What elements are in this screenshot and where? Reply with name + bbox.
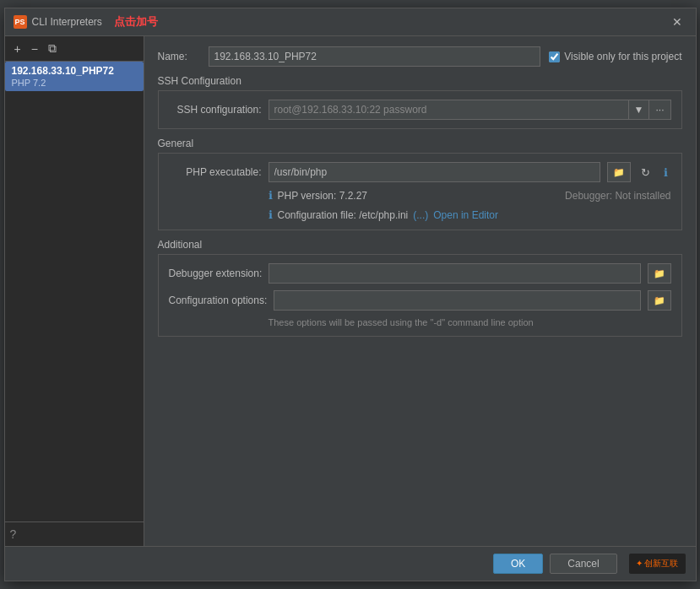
- ssh-section: SSH Configuration SSH configuration: roo…: [158, 75, 682, 129]
- cli-interpreters-dialog: PS CLI Interpreters 点击加号 ✕ + − ⧉ 192.168…: [4, 8, 697, 581]
- name-label: Name:: [158, 51, 200, 62]
- ssh-section-title: SSH Configuration: [158, 75, 682, 87]
- ssh-more-button[interactable]: ···: [649, 100, 670, 120]
- general-section: General PHP executable: 📁 ↻ ℹ ℹ PHP vers…: [158, 138, 682, 230]
- cancel-button[interactable]: Cancel: [550, 554, 616, 574]
- debugger-ext-input[interactable]: [269, 263, 640, 284]
- php-browse-button[interactable]: 📁: [607, 162, 631, 182]
- ssh-config-label: SSH configuration:: [169, 104, 262, 116]
- visible-label: Visible only for this project: [564, 51, 681, 62]
- right-panel: Name: Visible only for this project SSH …: [144, 36, 696, 546]
- title-bar: PS CLI Interpreters 点击加号 ✕: [5, 8, 696, 36]
- additional-section-title: Additional: [158, 239, 682, 251]
- debugger-ext-label: Debugger extension:: [169, 267, 263, 279]
- watermark: ✦ 创新互联: [629, 554, 686, 574]
- config-file-dots[interactable]: (...): [413, 209, 428, 221]
- additional-section-body: Debugger extension: 📁 Configuration opti…: [158, 254, 682, 337]
- toolbar: + − ⧉: [5, 36, 144, 62]
- left-bottom: ?: [5, 521, 144, 546]
- config-file-row: ℹ Configuration file: /etc/php.ini (...)…: [169, 208, 671, 221]
- bottom-bar: OK Cancel ✦ 创新互联: [5, 546, 696, 581]
- visible-check-row: Visible only for this project: [549, 51, 681, 62]
- php-executable-row: PHP executable: 📁 ↻ ℹ: [169, 162, 671, 182]
- php-version-row: ℹ PHP version: 7.2.27 Debugger: Not inst…: [169, 189, 671, 202]
- annotation-label: 点击加号: [114, 14, 158, 30]
- dialog-title: CLI Interpreters: [32, 16, 102, 28]
- config-file-text: Configuration file: /etc/php.ini: [278, 209, 409, 221]
- additional-section: Additional Debugger extension: 📁 Configu…: [158, 239, 682, 337]
- main-content: + − ⧉ 192.168.33.10_PHP72 PHP 7.2 ? Name…: [5, 36, 696, 546]
- interpreter-name-0: 192.168.33.10_PHP72: [12, 65, 137, 77]
- name-input[interactable]: [209, 46, 541, 67]
- info-button[interactable]: ℹ: [660, 165, 671, 181]
- ssh-config-row: SSH configuration: root@192.168.33.10:22…: [169, 100, 671, 120]
- debugger-ext-row: Debugger extension: 📁: [169, 263, 671, 284]
- open-in-editor-link[interactable]: Open in Editor: [433, 209, 498, 221]
- config-options-input[interactable]: [274, 290, 640, 311]
- config-options-browse[interactable]: 📁: [648, 290, 671, 311]
- debugger-status-text: Debugger: Not installed: [565, 190, 670, 202]
- interpreter-item-0[interactable]: 192.168.33.10_PHP72 PHP 7.2: [5, 62, 144, 91]
- ssh-dropdown-arrow[interactable]: ▼: [629, 100, 650, 120]
- ssh-section-body: SSH configuration: root@192.168.33.10:22…: [158, 90, 682, 129]
- config-info-icon: ℹ: [269, 208, 273, 221]
- copy-button[interactable]: ⧉: [44, 40, 61, 57]
- php-executable-input[interactable]: [269, 162, 600, 182]
- debugger-ext-browse[interactable]: 📁: [648, 263, 671, 284]
- php-version-info-icon: ℹ: [269, 189, 273, 202]
- interpreter-version-0: PHP 7.2: [12, 78, 137, 88]
- config-options-row: Configuration options: 📁: [169, 290, 671, 311]
- help-icon[interactable]: ?: [10, 527, 17, 541]
- remove-button[interactable]: −: [27, 41, 42, 57]
- left-panel: + − ⧉ 192.168.33.10_PHP72 PHP 7.2 ?: [5, 36, 144, 546]
- refresh-button[interactable]: ↻: [638, 165, 654, 181]
- interpreter-list: 192.168.33.10_PHP72 PHP 7.2: [5, 62, 144, 521]
- add-button[interactable]: +: [10, 41, 25, 57]
- config-options-hint: These options will be passed using the "…: [169, 317, 671, 327]
- general-section-title: General: [158, 138, 682, 149]
- visible-checkbox[interactable]: [549, 51, 560, 62]
- config-options-label: Configuration options:: [169, 294, 268, 306]
- close-button[interactable]: ✕: [667, 14, 687, 30]
- ssh-config-display[interactable]: root@192.168.33.10:22 password: [269, 100, 629, 120]
- title-bar-left: PS CLI Interpreters 点击加号: [14, 14, 158, 30]
- name-row: Name: Visible only for this project: [158, 46, 682, 67]
- ps-icon: PS: [14, 15, 27, 29]
- general-section-body: PHP executable: 📁 ↻ ℹ ℹ PHP version: 7.2…: [158, 153, 682, 230]
- php-version-text: PHP version: 7.2.27: [278, 190, 368, 202]
- php-executable-label: PHP executable:: [169, 166, 262, 178]
- ssh-select-container: root@192.168.33.10:22 password ▼ ···: [269, 100, 671, 120]
- ok-button[interactable]: OK: [493, 554, 543, 574]
